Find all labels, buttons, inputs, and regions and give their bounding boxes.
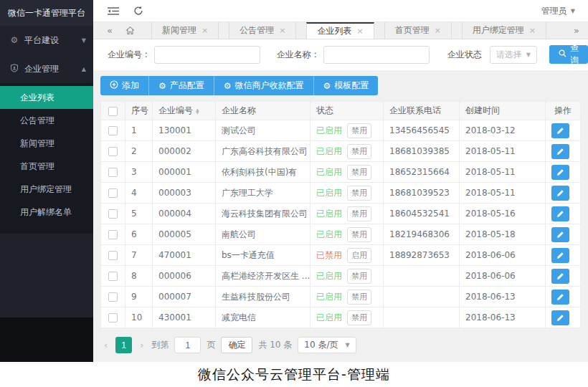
tabs-scroll-left-icon[interactable]: « (100, 22, 119, 39)
edit-button[interactable] (551, 165, 569, 180)
tab-announcement[interactable]: 公告管理 × (229, 22, 296, 39)
edit-button[interactable] (551, 144, 569, 159)
row-checkbox[interactable] (108, 313, 118, 322)
row-checkbox[interactable] (108, 168, 118, 177)
toggle-status-button[interactable]: 禁用 (347, 269, 371, 284)
row-checkbox[interactable] (108, 126, 118, 135)
search-button[interactable]: 查询 (549, 45, 588, 64)
table-row: 3 000001 依利刻科技(中国)有 已启用禁用 18652315664 20… (101, 162, 581, 183)
add-button-label: 添加 (122, 80, 139, 92)
prev-page-icon[interactable]: ‹ (102, 340, 110, 350)
toggle-status-button[interactable]: 启用 (347, 248, 371, 263)
platform-gear-icon: ⚙ (9, 35, 19, 45)
toggle-status-button[interactable]: 禁用 (347, 123, 371, 138)
edit-button[interactable] (551, 227, 569, 242)
edit-button[interactable] (551, 206, 569, 221)
code-cell: 000001 (153, 162, 216, 183)
toggle-status-button[interactable]: 禁用 (347, 144, 371, 159)
edit-button[interactable] (551, 123, 569, 138)
close-icon[interactable]: × (201, 26, 208, 35)
row-checkbox[interactable] (108, 147, 118, 156)
close-icon[interactable]: × (435, 26, 441, 35)
wechat-pay-config-button[interactable]: ⚙ 微信商户收款配置 (214, 76, 314, 95)
refresh-icon[interactable] (133, 6, 143, 16)
col-code-label: 企业编号 (158, 105, 193, 115)
enterprise-submenu: 企业列表 公告管理 新闻管理 首页管理 用户绑定管理 用户解绑名单 (0, 83, 93, 234)
sidebar: 微信一卡通管理平台 ⚙ 平台建设 ▼ 企业管理 ▲ 企业列表 公告管理 新闻管理… (0, 0, 93, 362)
edit-button[interactable] (551, 290, 569, 305)
chevron-down-icon: ▼ (526, 52, 531, 58)
enterprise-code-input[interactable] (154, 46, 260, 64)
edit-button[interactable] (551, 248, 569, 263)
date-cell: 2018-06-06 (460, 245, 546, 266)
edit-button[interactable] (551, 186, 569, 201)
enterprise-code-label: 企业编号 : (108, 49, 148, 61)
add-button[interactable]: 添加 (100, 76, 149, 95)
sidebar-item-news[interactable]: 新闻管理 (0, 132, 93, 155)
enterprise-name-input[interactable] (323, 46, 430, 64)
sidebar-item-platform[interactable]: ⚙ 平台建设 ▼ (0, 26, 93, 54)
col-created: 创建时间 (460, 102, 546, 120)
close-icon[interactable]: × (279, 26, 285, 35)
table-row: 9 000007 生益科技股份公司 已启用禁用 2018-06-13 (101, 287, 581, 307)
edit-button[interactable] (551, 310, 569, 325)
tab-enterprise-list[interactable]: 企业列表 × (306, 22, 374, 39)
sidebar-item-enterprise-list[interactable]: 企业列表 (0, 86, 93, 109)
tabs-scroll-right-icon[interactable]: » (565, 22, 588, 39)
code-cell: 000004 (153, 204, 216, 224)
row-checkbox[interactable] (108, 188, 118, 198)
tab-homepage[interactable]: 首页管理 × (384, 22, 452, 39)
seq-cell: 1 (125, 120, 153, 141)
seq-cell: 2 (125, 141, 153, 162)
chevron-down-icon: ▼ (571, 8, 575, 14)
phone-cell: 18681039523 (384, 183, 460, 204)
row-checkbox[interactable] (108, 292, 118, 302)
goto-page-input[interactable] (174, 337, 201, 353)
toggle-status-button[interactable]: 禁用 (347, 227, 371, 242)
admin-menu[interactable]: 管理员 ▼ (541, 5, 575, 17)
status-select[interactable]: 请选择 ▼ (490, 46, 537, 64)
template-config-button[interactable]: ⚙ 模板配置 (314, 76, 379, 95)
row-checkbox[interactable] (108, 272, 118, 281)
enterprise-status-label: 企业状态 (447, 49, 482, 61)
toggle-status-button[interactable]: 禁用 (347, 186, 371, 201)
phone-cell (384, 287, 460, 307)
home-icon[interactable] (119, 22, 141, 39)
seq-cell: 5 (125, 204, 153, 224)
goto-prefix-label: 到第 (151, 339, 169, 351)
toggle-status-button[interactable]: 禁用 (347, 310, 371, 325)
sidebar-item-homepage[interactable]: 首页管理 (0, 155, 93, 178)
toggle-status-button[interactable]: 禁用 (347, 206, 371, 221)
col-name: 企业名称 (216, 102, 310, 120)
row-checkbox[interactable] (108, 209, 118, 219)
sidebar-item-enterprise[interactable]: 企业管理 ▲ (0, 54, 93, 83)
close-icon[interactable]: × (356, 27, 363, 36)
sidebar-item-user-binding[interactable]: 用户绑定管理 (0, 178, 93, 201)
product-config-button[interactable]: ⚙ 产品配置 (149, 76, 214, 95)
sidebar-item-announcement[interactable]: 公告管理 (0, 109, 93, 132)
edit-button[interactable] (551, 269, 569, 284)
sidebar-item-user-unbind-list[interactable]: 用户解绑名单 (0, 201, 93, 224)
phone-cell: 18219468306 (384, 224, 460, 245)
status-badge: 已禁用 (316, 249, 342, 262)
enterprise-table: 序号 企业编号▲▼ 企业名称 状态 企业联系电话 创建时间 操作 1 13000… (100, 101, 581, 328)
sort-icon[interactable]: ▲▼ (196, 108, 199, 113)
page-size-select[interactable]: 10 条/页 ▼ (298, 337, 356, 353)
row-checkbox[interactable] (108, 230, 118, 239)
goto-confirm-button[interactable]: 确定 (221, 337, 252, 353)
toggle-status-button[interactable]: 禁用 (347, 165, 371, 180)
sidebar-fold-icon[interactable] (108, 6, 119, 16)
name-cell: 依利刻科技(中国)有 (216, 162, 310, 183)
name-cell: 广东高谷科技有限公司 (216, 141, 310, 162)
tab-news[interactable]: 新闻管理 × (151, 22, 219, 39)
select-all-checkbox[interactable] (108, 107, 118, 116)
page-1-button[interactable]: 1 (115, 337, 132, 353)
close-icon[interactable]: × (529, 26, 536, 35)
next-page-icon[interactable]: › (138, 340, 146, 350)
tab-user-binding[interactable]: 用户绑定管理 × (462, 22, 546, 39)
page-size-value: 10 条/页 (304, 339, 338, 351)
row-checkbox[interactable] (108, 251, 118, 260)
col-code[interactable]: 企业编号▲▼ (153, 102, 216, 120)
toggle-status-button[interactable]: 禁用 (347, 290, 371, 305)
chevron-down-icon: ▼ (82, 37, 86, 44)
